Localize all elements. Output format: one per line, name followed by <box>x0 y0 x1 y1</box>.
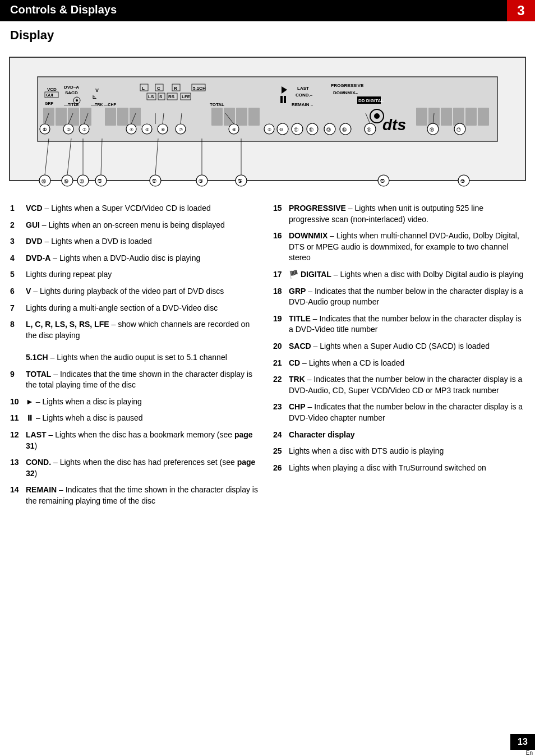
item-num: 25 <box>273 446 289 457</box>
svg-text:TOTAL: TOTAL <box>210 102 224 107</box>
svg-text:V: V <box>95 87 99 93</box>
svg-rect-45 <box>56 108 67 126</box>
svg-text:④: ④ <box>130 127 133 132</box>
item-num: 17 <box>273 269 289 280</box>
item-num: 3 <box>10 236 26 247</box>
item-text: TITLE – Indicates that the number below … <box>289 314 525 335</box>
list-item: 22 TRK – Indicates that the number below… <box>273 374 525 396</box>
svg-text:⑰: ⑰ <box>456 127 461 132</box>
list-item: 23 CHP – Indicates that the number below… <box>273 402 525 423</box>
svg-text:⑦: ⑦ <box>179 127 183 132</box>
item-num: 2 <box>10 220 26 231</box>
item-text: TOTAL – Indicates that the time shown in… <box>26 369 262 391</box>
item-text: DOWNMIX – Lights when multi-channel DVD-… <box>289 231 525 264</box>
item-num: 11 <box>10 413 26 424</box>
item-text: CHP – Indicates that the number below in… <box>289 402 525 423</box>
svg-text:㉖: ㉖ <box>460 179 465 184</box>
item-text: PROGRESSIVE – Lights when unit is output… <box>289 203 525 225</box>
svg-text:LS: LS <box>148 94 154 99</box>
svg-point-9 <box>76 99 78 102</box>
svg-text:⑩: ⑩ <box>279 127 283 132</box>
list-item: 26 Lights when playing a disc with TruSu… <box>273 463 525 474</box>
item-num: 21 <box>273 358 289 369</box>
item-text: COND. – Lights when the disc has had pre… <box>26 457 262 479</box>
item-num: 26 <box>273 463 289 474</box>
svg-text:—TRK —CHP: —TRK —CHP <box>91 103 116 107</box>
svg-text:⑬: ⑬ <box>326 127 331 132</box>
svg-rect-54 <box>248 108 260 126</box>
svg-text:㉕: ㉕ <box>380 179 385 184</box>
list-item: 6 V – Lights during playback of the vide… <box>10 286 262 297</box>
svg-text:③: ③ <box>82 127 86 132</box>
svg-text:㉓: ㉓ <box>199 179 203 184</box>
svg-text:⑱: ⑱ <box>41 179 46 184</box>
svg-text:R: R <box>174 86 177 91</box>
item-text: GUI – Lights when an on-screen menu is b… <box>26 220 262 231</box>
svg-text:GUI: GUI <box>46 93 53 97</box>
item-text: LAST – Lights when the disc has a bookma… <box>26 430 262 451</box>
list-item: 11 ⏸ – Lights wheh a disc is paused <box>10 413 262 424</box>
item-num: 10 <box>10 397 26 408</box>
svg-text:⑪: ⑪ <box>294 127 298 132</box>
svg-text:㉒: ㉒ <box>152 179 156 184</box>
svg-rect-56 <box>428 108 440 126</box>
item-text: L, C, R, LS, S, RS, LFE – show which cha… <box>26 319 262 363</box>
svg-text:LAST: LAST <box>297 86 309 91</box>
svg-rect-44 <box>43 108 54 126</box>
list-item: 3 DVD – Lights when a DVD is loaded <box>10 236 262 247</box>
svg-text:C: C <box>157 86 160 91</box>
svg-text:VCD: VCD <box>47 87 57 92</box>
svg-text:㉔: ㉔ <box>238 179 242 184</box>
svg-rect-48 <box>105 108 116 126</box>
page-lang: En <box>526 750 535 756</box>
svg-text:⑥: ⑥ <box>161 127 165 132</box>
list-item: 25 Lights when a disc with DTS audio is … <box>273 446 525 457</box>
list-item: 17 🏴 DIGITAL – Lights when a disc with D… <box>273 269 525 280</box>
svg-point-43 <box>374 113 380 119</box>
svg-text:①: ① <box>43 127 47 132</box>
item-num: 5 <box>10 269 26 280</box>
item-text: V – Lights during playback of the video … <box>26 286 262 297</box>
item-text: Character display <box>289 430 525 441</box>
list-item: 12 LAST – Lights when the disc has a boo… <box>10 430 262 451</box>
diagram-svg-wrap: VCD GUI GRP DVD–A SACD —TITLE V ⊾ —TRK —… <box>7 52 528 192</box>
svg-text:㉑: ㉑ <box>98 179 102 184</box>
list-item: 18 GRP – Indicates that the number below… <box>273 286 525 308</box>
item-num: 7 <box>10 303 26 314</box>
header-bar: Controls & Displays 3 <box>0 0 535 21</box>
list-item: 21 CD – Lights when a CD is loaded <box>273 358 525 369</box>
list-item: 8 L, C, R, LS, S, RS, LFE – show which c… <box>10 319 262 363</box>
svg-rect-55 <box>416 108 427 126</box>
right-column: 15 PROGRESSIVE – Lights when unit is out… <box>273 203 525 512</box>
list-item: 13 COND. – Lights when the disc has had … <box>10 457 262 479</box>
svg-text:DD DIGITAL: DD DIGITAL <box>358 98 384 103</box>
item-num: 12 <box>10 430 26 451</box>
item-text: REMAIN – Indicates that the time shown i… <box>26 485 262 506</box>
item-num: 4 <box>10 253 26 264</box>
svg-text:⑨: ⑨ <box>268 127 271 132</box>
list-item: 5 Lights during repeat play <box>10 269 262 280</box>
item-num: 18 <box>273 286 289 308</box>
item-text: DVD-A – Lights when a DVD-Audio disc is … <box>26 253 262 264</box>
item-text: 🏴 DIGITAL – Lights when a disc with Dolb… <box>289 269 525 280</box>
page-number: 13 <box>510 734 535 750</box>
item-num: 24 <box>273 430 289 441</box>
svg-text:⑭: ⑭ <box>342 127 347 132</box>
list-item: 9 TOTAL – Indicates that the time shown … <box>10 369 262 391</box>
svg-text:—TITLE: —TITLE <box>64 103 79 107</box>
item-num: 14 <box>10 485 26 506</box>
svg-text:REMAIN –: REMAIN – <box>292 102 313 107</box>
item-num: 9 <box>10 369 26 391</box>
svg-rect-51 <box>211 108 223 126</box>
list-item: 19 TITLE – Indicates that the number bel… <box>273 314 525 335</box>
svg-text:⑫: ⑫ <box>309 127 313 132</box>
content-columns: 1 VCD – Lights when a Super VCD/Video CD… <box>0 197 535 518</box>
item-text: GRP – Indicates that the number below in… <box>289 286 525 308</box>
page-number-bar: 13 En <box>510 734 535 756</box>
svg-text:SACD: SACD <box>65 90 78 95</box>
item-text: VCD – Lights when a Super VCD/Video CD i… <box>26 203 262 214</box>
item-text: ► – Lights when a disc is playing <box>26 397 262 408</box>
svg-rect-33 <box>284 96 286 103</box>
svg-text:⑯: ⑯ <box>430 127 434 132</box>
list-item: 1 VCD – Lights when a Super VCD/Video CD… <box>10 203 262 214</box>
